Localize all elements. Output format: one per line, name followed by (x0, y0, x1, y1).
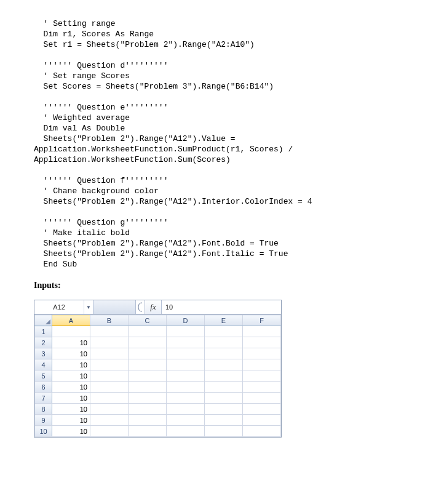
cell[interactable] (90, 337, 129, 348)
row-header[interactable]: 10 (35, 426, 52, 437)
row-header[interactable]: 1 (35, 326, 52, 337)
cell[interactable] (205, 337, 243, 348)
row-header[interactable]: 2 (35, 337, 52, 348)
column-header[interactable]: D (167, 315, 205, 326)
cell[interactable] (167, 337, 205, 348)
table-row: 810 (35, 404, 281, 415)
fx-icon[interactable]: fx (145, 300, 162, 314)
cell[interactable]: 10 (52, 337, 90, 348)
cell[interactable] (243, 359, 281, 370)
cell[interactable] (243, 348, 281, 359)
cell[interactable] (243, 393, 281, 404)
name-box[interactable]: A12 ▼ (34, 300, 93, 314)
cell[interactable] (90, 404, 129, 415)
row-header[interactable]: 8 (35, 404, 52, 415)
cell[interactable] (129, 415, 167, 426)
cell[interactable]: 10 (52, 382, 90, 393)
formula-bar-spacer (93, 300, 135, 314)
table-row: 510 (35, 370, 281, 382)
cell[interactable]: 10 (52, 370, 90, 382)
column-header[interactable]: F (243, 315, 281, 326)
cell[interactable] (90, 326, 129, 337)
spreadsheet: A12 ▼ fx 10 A B C D E F 1210310410510610… (34, 300, 282, 438)
vba-code-block: ' Setting range Dim r1, Scores As Range … (34, 18, 402, 270)
cell[interactable] (90, 382, 129, 393)
cell[interactable] (167, 326, 205, 337)
cell[interactable]: 10 (52, 359, 90, 370)
cell[interactable] (167, 415, 205, 426)
row-header[interactable]: 4 (35, 359, 52, 370)
cell[interactable] (90, 426, 129, 437)
column-header[interactable]: A (52, 315, 90, 326)
row-header[interactable]: 6 (35, 382, 52, 393)
cell[interactable] (243, 370, 281, 382)
cell[interactable] (243, 426, 281, 437)
cell[interactable] (167, 393, 205, 404)
cell[interactable]: 10 (52, 426, 90, 437)
column-header[interactable]: C (129, 315, 167, 326)
row-header[interactable]: 5 (35, 370, 52, 382)
cell[interactable] (205, 404, 243, 415)
column-header[interactable]: E (205, 315, 243, 326)
cell[interactable] (90, 359, 129, 370)
cell[interactable] (167, 426, 205, 437)
cell[interactable] (52, 326, 90, 337)
cell[interactable] (167, 404, 205, 415)
cell[interactable] (129, 348, 167, 359)
cell[interactable] (129, 326, 167, 337)
table-row: 310 (35, 348, 281, 359)
cell[interactable] (205, 370, 243, 382)
table-row: 410 (35, 359, 281, 370)
cell[interactable] (243, 415, 281, 426)
select-all-corner[interactable] (35, 315, 52, 326)
cell[interactable] (243, 404, 281, 415)
cell[interactable] (129, 382, 167, 393)
cell[interactable] (205, 415, 243, 426)
column-header[interactable]: B (90, 315, 129, 326)
cell[interactable] (167, 359, 205, 370)
cell[interactable] (243, 337, 281, 348)
inputs-heading: Inputs: (34, 281, 402, 290)
cell[interactable] (129, 404, 167, 415)
cell[interactable] (90, 415, 129, 426)
cell[interactable] (129, 370, 167, 382)
cell[interactable] (243, 326, 281, 337)
cell[interactable] (129, 337, 167, 348)
table-row: 210 (35, 337, 281, 348)
cell[interactable] (205, 393, 243, 404)
formula-input[interactable]: 10 (162, 300, 281, 314)
cell[interactable] (129, 426, 167, 437)
table-row: 1 (35, 326, 281, 337)
cell[interactable] (205, 426, 243, 437)
cell[interactable]: 10 (52, 415, 90, 426)
name-box-text: A12 (34, 303, 84, 311)
formula-bar: A12 ▼ fx 10 (34, 300, 281, 314)
cell[interactable] (205, 348, 243, 359)
cell[interactable] (167, 370, 205, 382)
cell[interactable] (90, 370, 129, 382)
table-row: 1010 (35, 426, 281, 437)
row-header[interactable]: 3 (35, 348, 52, 359)
chevron-down-icon[interactable]: ▼ (84, 300, 93, 314)
table-row: 710 (35, 393, 281, 404)
cell[interactable] (243, 382, 281, 393)
cell[interactable] (129, 393, 167, 404)
cell[interactable] (167, 348, 205, 359)
sheet-grid: A B C D E F 1210310410510610710810910101… (34, 314, 281, 437)
row-header[interactable]: 7 (35, 393, 52, 404)
cell[interactable]: 10 (52, 404, 90, 415)
cell[interactable] (90, 348, 129, 359)
cell[interactable] (167, 382, 205, 393)
cell[interactable]: 10 (52, 393, 90, 404)
table-row: 910 (35, 415, 281, 426)
cell[interactable]: 10 (52, 348, 90, 359)
cell[interactable] (129, 359, 167, 370)
cell[interactable] (205, 326, 243, 337)
expand-formula-bar-icon[interactable] (135, 300, 145, 314)
cell[interactable] (90, 393, 129, 404)
cell[interactable] (205, 382, 243, 393)
row-header[interactable]: 9 (35, 415, 52, 426)
cell[interactable] (205, 359, 243, 370)
table-row: 610 (35, 382, 281, 393)
